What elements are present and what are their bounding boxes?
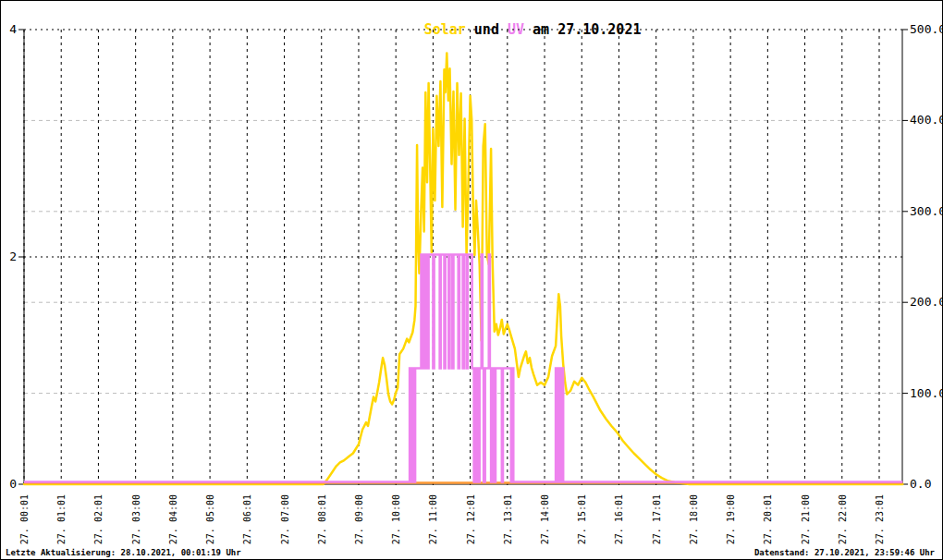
y-right-tick-label: 0.0 <box>910 477 931 491</box>
x-tick-label: 27. 09:00 <box>354 494 364 544</box>
x-tick-label: 27. 06:01 <box>242 494 252 544</box>
x-tick-label: 27. 13:01 <box>503 494 513 544</box>
uv-line <box>24 255 902 482</box>
x-tick-label: 27. 10:00 <box>391 494 401 544</box>
x-tick-label: 27. 22:00 <box>838 494 848 544</box>
y-right-tick-label: 400.0 <box>910 113 943 127</box>
y-right-tick-label: 500.0 <box>910 22 943 36</box>
x-tick-label: 27. 03:00 <box>131 494 141 544</box>
x-tick-label: 27. 08:01 <box>317 494 327 544</box>
x-tick-label: 27. 21:00 <box>801 494 811 544</box>
y-right-tick-label: 100.0 <box>910 386 943 400</box>
x-tick-label: 27. 05:00 <box>205 494 215 544</box>
last-update-text: Letzte Aktualisierung: 28.10.2021, 00:01… <box>6 548 241 557</box>
data-status-text: Datenstand: 27.10.2021, 23:59:46 Uhr <box>754 548 935 557</box>
x-tick-label: 27. 02:01 <box>93 494 104 544</box>
x-tick-label: 27. 19:00 <box>726 494 736 544</box>
solar-uv-chart: 0240.0100.0200.0300.0400.0500.027. 00:01… <box>1 1 943 560</box>
x-tick-label: 27. 12:01 <box>466 494 476 544</box>
x-tick-label: 27. 23:01 <box>875 494 885 544</box>
y-right-tick-label: 300.0 <box>910 204 943 218</box>
x-tick-label: 27. 14:00 <box>540 494 550 544</box>
x-tick-label: 27. 00:01 <box>19 494 30 544</box>
x-tick-label: 27. 01:01 <box>56 494 67 544</box>
y-left-tick-label: 0 <box>9 477 17 491</box>
x-tick-label: 27. 17:01 <box>652 494 662 544</box>
chart-frame: Solar und UV am 27.10.2021 0240.0100.020… <box>0 0 943 560</box>
x-tick-label: 27. 04:00 <box>168 494 178 544</box>
x-tick-label: 27. 11:00 <box>428 494 438 544</box>
y-left-tick-label: 4 <box>9 22 17 36</box>
x-tick-label: 27. 20:01 <box>763 494 773 544</box>
x-tick-label: 27. 18:00 <box>689 494 699 544</box>
x-tick-label: 27. 16:01 <box>614 494 624 544</box>
x-tick-label: 27. 15:01 <box>577 494 587 544</box>
x-tick-label: 27. 07:00 <box>280 494 290 544</box>
y-left-tick-label: 2 <box>9 250 17 263</box>
y-right-tick-label: 200.0 <box>910 295 943 309</box>
